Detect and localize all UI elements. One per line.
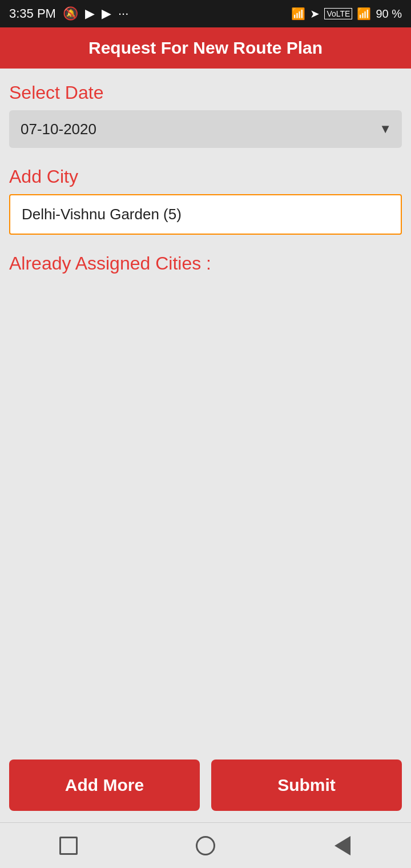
assigned-cities-label: Already Assigned Cities : — [9, 253, 402, 274]
assigned-cities-section: Already Assigned Cities : — [9, 253, 402, 734]
dots-icon: ··· — [118, 6, 128, 21]
bottom-buttons-container: Add More Submit — [0, 748, 411, 822]
app-header: Request For New Route Plan — [0, 27, 411, 69]
select-date-label: Select Date — [9, 82, 402, 103]
select-date-section: Select Date 07-10-2020 08-10-2020 09-10-… — [9, 82, 402, 166]
city-input[interactable] — [9, 194, 402, 235]
date-dropdown-wrapper[interactable]: 07-10-2020 08-10-2020 09-10-2020 ▼ — [9, 110, 402, 148]
add-more-button[interactable]: Add More — [9, 760, 200, 811]
circle-icon — [196, 836, 215, 855]
wifi-icon: 📶 — [291, 7, 305, 21]
play-icon: ▶ — [85, 6, 95, 21]
add-city-label: Add City — [9, 166, 402, 187]
mute-icon: 🔕 — [63, 6, 78, 21]
status-right: 📶 ➤ VoLTE 📶 90 % — [291, 7, 402, 21]
submit-button[interactable]: Submit — [211, 760, 402, 811]
date-select[interactable]: 07-10-2020 08-10-2020 09-10-2020 — [9, 110, 402, 148]
page-title: Request For New Route Plan — [88, 38, 323, 58]
nav-bar — [0, 822, 411, 868]
time-display: 3:35 PM — [9, 6, 56, 21]
status-left: 3:35 PM 🔕 ▶ ▶ ··· — [9, 6, 128, 21]
add-city-section: Add City — [9, 166, 402, 235]
home-circle-button[interactable] — [195, 835, 216, 857]
back-arrow-icon — [335, 836, 350, 855]
battery-display: 90 % — [376, 7, 402, 21]
square-icon — [59, 837, 78, 855]
back-button[interactable] — [332, 835, 353, 857]
signal-icon: 📶 — [357, 7, 371, 21]
status-bar: 3:35 PM 🔕 ▶ ▶ ··· 📶 ➤ VoLTE 📶 90 % — [0, 0, 411, 27]
location-icon: ➤ — [310, 7, 320, 21]
volte-icon: VoLTE — [324, 8, 352, 19]
home-square-button[interactable] — [58, 835, 79, 857]
play2-icon: ▶ — [102, 6, 111, 21]
main-content: Select Date 07-10-2020 08-10-2020 09-10-… — [0, 69, 411, 748]
